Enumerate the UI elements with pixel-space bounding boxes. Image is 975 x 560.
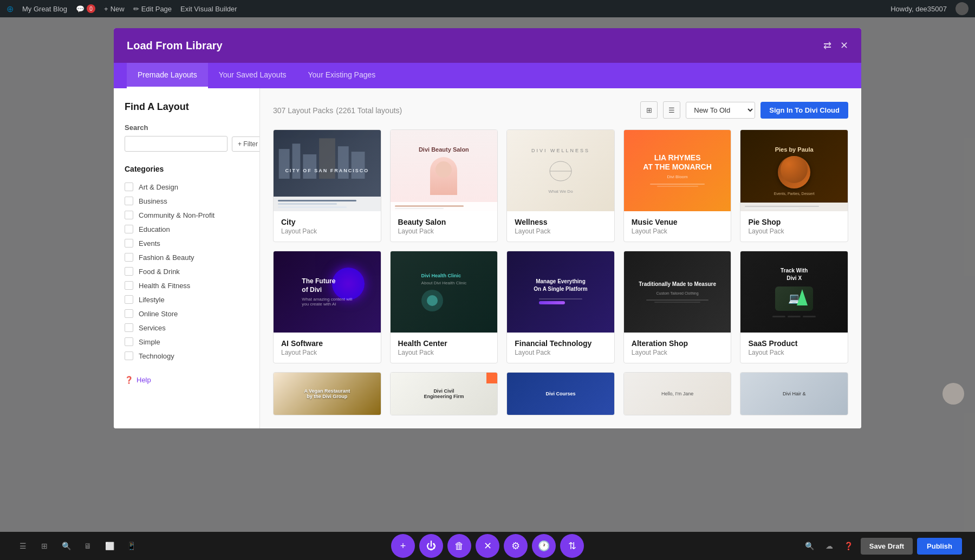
category-business[interactable]: Business — [125, 194, 249, 208]
search-toolbar-button[interactable]: 🔍 — [56, 536, 76, 556]
comment-bar-item[interactable]: 💬 0 — [76, 4, 95, 13]
site-name-bar[interactable]: My Great Blog — [22, 5, 67, 13]
category-education[interactable]: Education — [125, 222, 249, 236]
category-checkbox-art[interactable] — [125, 183, 133, 191]
mobile-view-button[interactable]: 📱 — [121, 536, 141, 556]
category-technology[interactable]: Technology — [125, 349, 249, 363]
list-view-button[interactable]: ☰ — [663, 101, 680, 119]
wp-admin-bar: ⊕ My Great Blog 💬 0 + New ✏ Edit Page Ex… — [0, 0, 975, 17]
edit-page-bar-item[interactable]: ✏ Edit Page — [133, 5, 172, 13]
category-checkbox-food[interactable] — [125, 267, 133, 276]
tab-existing-pages[interactable]: Your Existing Pages — [297, 63, 387, 88]
card-footer-beauty: Beauty Salon Layout Pack — [391, 211, 498, 242]
category-checkbox-technology[interactable] — [125, 351, 133, 360]
layout-card-music[interactable]: LIA RHYMESAT THE MONARCH Divi Bloom — [623, 129, 732, 242]
layout-card-vegan[interactable]: A Vegan Restaurantby the Divi Group — [273, 372, 381, 415]
power-button[interactable]: ⏻ — [419, 534, 443, 558]
category-checkbox-business[interactable] — [125, 197, 133, 205]
card-footer-saas: SaaS Product Layout Pack — [740, 333, 848, 363]
card-image-saas: Track WithDivi X 💻 — [740, 251, 848, 333]
publish-button[interactable]: Publish — [917, 538, 962, 555]
category-checkbox-health[interactable] — [125, 281, 133, 290]
category-checkbox-events[interactable] — [125, 239, 133, 248]
category-checkbox-simple[interactable] — [125, 337, 133, 346]
category-events[interactable]: Events — [125, 236, 249, 250]
category-label: Events — [139, 239, 160, 248]
hamburger-menu-button[interactable]: ☰ — [13, 536, 32, 556]
tab-saved-layouts[interactable]: Your Saved Layouts — [208, 63, 297, 88]
layout-card-beauty[interactable]: Divi Beauty Salon — [390, 129, 498, 242]
desktop-view-button[interactable]: 🖥 — [78, 536, 98, 556]
category-label: Services — [139, 324, 166, 332]
column-toggle-button[interactable]: ⇄ — [823, 40, 831, 51]
tab-premade-layouts[interactable]: Premade Layouts — [127, 63, 208, 88]
search-input[interactable] — [125, 136, 227, 152]
close-modal-button[interactable]: ✕ — [840, 40, 848, 51]
settings-button[interactable]: ⚙ — [504, 534, 528, 558]
card-name-alteration: Alteration Shop — [632, 339, 724, 348]
layout-card-alteration[interactable]: Traditionally Made to Measure Custom Tai… — [623, 251, 732, 363]
layout-button[interactable]: ⊞ — [35, 536, 54, 556]
new-bar-item[interactable]: + New — [104, 5, 125, 13]
filter-button[interactable]: + Filter — [232, 136, 260, 152]
layout-card-ai[interactable]: The Futureof Divi What amazing content w… — [273, 251, 381, 363]
category-community[interactable]: Community & Non-Profit — [125, 208, 249, 222]
category-checkbox-services[interactable] — [125, 323, 133, 332]
layout-card-health[interactable]: Divi Health Clinic About Divi Health Cli… — [390, 251, 498, 363]
sort-select[interactable]: New To Old — [686, 102, 755, 119]
category-label: Lifestyle — [139, 296, 165, 304]
layout-count: 307 Layout Packs (2261 Total layouts) — [273, 105, 402, 115]
search-cloud-button[interactable]: 🔍 — [802, 538, 817, 554]
category-checkbox-fashion[interactable] — [125, 253, 133, 262]
card-type-fintech: Layout Pack — [515, 349, 607, 356]
save-draft-button[interactable]: Save Draft — [861, 538, 913, 555]
layout-card-saas[interactable]: Track WithDivi X 💻 — [740, 251, 848, 363]
grid-view-button[interactable]: ⊞ — [640, 101, 658, 119]
category-simple[interactable]: Simple — [125, 335, 249, 349]
layout-card-hair[interactable]: Divi Hair & — [740, 372, 848, 415]
trash-button[interactable]: 🗑 — [447, 534, 471, 558]
category-online-store[interactable]: Online Store — [125, 307, 249, 321]
category-checkbox-online-store[interactable] — [125, 309, 133, 318]
layout-card-civil[interactable]: Divi CivilEngineering Firm — [390, 372, 498, 415]
category-services[interactable]: Services — [125, 321, 249, 335]
category-label: Technology — [139, 352, 174, 360]
exit-visual-builder-bar-item[interactable]: Exit Visual Builder — [180, 5, 237, 13]
category-health[interactable]: Health & Fitness — [125, 278, 249, 292]
category-checkbox-lifestyle[interactable] — [125, 295, 133, 304]
category-checkbox-community[interactable] — [125, 211, 133, 219]
card-type-alteration: Layout Pack — [632, 349, 724, 356]
layout-card-wellness[interactable]: DIVI WELLNESS What We Do — [506, 129, 615, 242]
help-link[interactable]: ❓ Help — [125, 376, 249, 384]
responsive-button[interactable]: ⇅ — [560, 534, 584, 558]
modal-title: Load From Library — [127, 40, 223, 52]
category-fashion[interactable]: Fashion & Beauty — [125, 250, 249, 264]
card-name-wellness: Wellness — [515, 218, 607, 226]
sign-in-divi-cloud-button[interactable]: Sign In To Divi Cloud — [760, 102, 848, 119]
card-name-ai: AI Software — [281, 339, 373, 348]
help-icon: ❓ — [125, 376, 133, 384]
cloud-button[interactable]: ☁ — [822, 538, 837, 554]
help-label: Help — [136, 376, 151, 384]
layout-count-number: 307 Layout Packs — [273, 106, 333, 115]
category-art-design[interactable]: Art & Design — [125, 180, 249, 194]
content-controls: ⊞ ☰ New To Old Sign In To Divi Cloud — [640, 101, 848, 119]
layout-card-courses[interactable]: Divi Courses — [506, 372, 615, 415]
comment-count: 0 — [87, 4, 95, 13]
add-element-button[interactable]: + — [391, 534, 415, 558]
category-lifestyle[interactable]: Lifestyle — [125, 292, 249, 307]
history-button[interactable]: 🕐 — [532, 534, 556, 558]
layout-card-jane[interactable]: Hello, I'm Jane — [623, 372, 732, 415]
category-food[interactable]: Food & Drink — [125, 264, 249, 278]
tablet-view-button[interactable]: ⬜ — [100, 536, 119, 556]
card-name-beauty: Beauty Salon — [398, 218, 490, 226]
layout-card-fintech[interactable]: Manage EverythingOn A Single Platform — [506, 251, 615, 363]
close-toolbar-button[interactable]: ✕ — [476, 534, 499, 558]
layout-card-city[interactable]: CITY OF SAN FRANCISCO City — [273, 129, 381, 242]
card-image-health: Divi Health Clinic About Divi Health Cli… — [391, 251, 498, 333]
category-label: Art & Design — [139, 183, 178, 191]
layout-card-pie[interactable]: Pies by Paula Events, Parties, Dessert — [740, 129, 848, 242]
category-checkbox-education[interactable] — [125, 225, 133, 233]
wp-logo[interactable]: ⊕ — [6, 4, 14, 14]
help-toolbar-button[interactable]: ❓ — [841, 538, 856, 554]
